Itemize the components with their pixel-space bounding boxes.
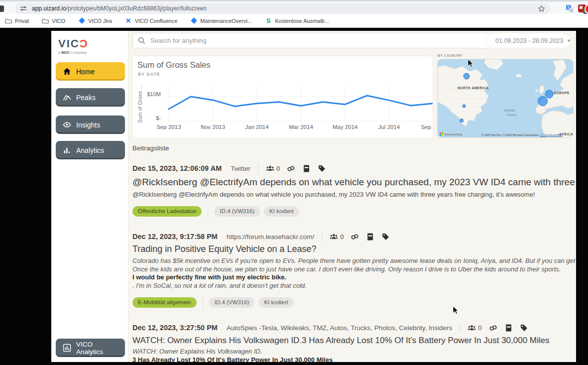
bookmark-label: Kostenlose Ausmalb... — [275, 18, 329, 24]
confluence-icon: ✕ — [125, 17, 132, 24]
post-meta-row: Dec 12, 2023, 9:17:58 PM https://forum.l… — [132, 231, 576, 242]
topic-tag[interactable]: Öffentliche Ladestation — [132, 206, 202, 217]
post-source: https://forum.leasehackr.com/ — [227, 233, 314, 241]
url-text[interactable]: app.uizard.io/prototypes/bM0yoLjx03uRdz6… — [32, 5, 534, 12]
x-tick-label: Jan 2014 — [242, 124, 272, 130]
codebook-icon[interactable] — [366, 233, 374, 241]
topic-tag[interactable]: E-Mobilität allgemein — [132, 297, 197, 308]
model-tag[interactable]: ID.4 (VW316) — [209, 297, 255, 308]
browser-action-icons: 文 A 7 — [566, 3, 586, 13]
url-bar[interactable]: app.uizard.io/prototypes/bM0yoLjx03uRdz6… — [15, 3, 550, 14]
x-tick-label: May 2014 — [330, 124, 360, 130]
map-marker[interactable] — [460, 119, 464, 122]
audience-icon[interactable] — [266, 164, 274, 173]
coding-tag[interactable]: KI kodiert — [264, 206, 299, 217]
search-input[interactable] — [150, 37, 528, 44]
bookmark-label: VICO — [52, 18, 65, 24]
bookmark-kostenlose[interactable]: S Kostenlose Ausmalb... — [265, 17, 329, 24]
sales-line-chart — [163, 80, 433, 126]
map-marker[interactable] — [464, 73, 470, 79]
post-body-line: WATCH: Owner Explains His Volkswagen ID. — [132, 348, 576, 356]
post-list: Beitragsliste Dec 15, 2023, 12:06:09 AM … — [132, 144, 576, 362]
site-settings-icon[interactable] — [20, 5, 27, 12]
logo-mark: Ɔ — [80, 37, 89, 50]
sidebar-item-vico-analytics[interactable]: VICO Analytics — [56, 339, 125, 357]
tag-icon[interactable] — [520, 324, 528, 332]
mouse-cursor — [453, 306, 459, 315]
post-action-icons: 0 — [266, 164, 326, 173]
bookmark-label: VICO Confluence — [135, 18, 178, 24]
codebook-icon[interactable] — [302, 164, 311, 173]
jira-diamond-icon — [190, 17, 197, 24]
eye-icon — [63, 121, 71, 129]
post-title[interactable]: @RickIsenberg @ElectrifyAm depends on wh… — [132, 177, 576, 188]
audience-count: 0 — [276, 165, 280, 172]
search-bar — [132, 33, 533, 48]
vico-logo: VICƆ a BDO Company — [58, 38, 89, 55]
sidebar: VICƆ a BDO Company Home Peaks — [51, 31, 128, 362]
post-body-line: Once the kids are out of the house, we p… — [132, 265, 576, 274]
map-marker[interactable] — [545, 90, 553, 98]
sidebar-item-label: Peaks — [76, 94, 96, 102]
codebook-icon[interactable] — [504, 324, 513, 332]
x-tick-label: Sep 2014 — [418, 124, 433, 130]
microsoft-logo-icon — [440, 132, 443, 136]
translate-icon[interactable]: 文 A — [566, 5, 574, 12]
post-body-line: 3 Has Already Lost 10% Of It's Battery P… — [132, 356, 576, 363]
link-icon[interactable] — [287, 164, 295, 173]
mouse-cursor — [468, 59, 473, 68]
sidebar-item-home[interactable]: Home — [56, 62, 125, 81]
app-window: VICƆ a BDO Company Home Peaks — [51, 31, 576, 362]
folder-icon — [5, 17, 12, 24]
link-icon[interactable] — [489, 324, 497, 332]
fullscreen-stage: VICƆ a BDO Company Home Peaks — [0, 28, 588, 365]
map-marker[interactable] — [538, 97, 548, 106]
audience-icon[interactable] — [330, 233, 338, 241]
bookmark-vico-jira[interactable]: VICO Jira — [78, 17, 112, 24]
date-range-text: 01.09.2023 - 28.09.2023 — [495, 37, 563, 44]
tag-icon[interactable] — [381, 233, 390, 241]
sidebar-item-insights[interactable]: Insights — [56, 116, 125, 134]
chart-subtitle: BY DATE — [138, 72, 160, 77]
bookmark-star-icon[interactable] — [538, 5, 545, 12]
post-body-line: . I'm in SoCal, so not a lot of rain, an… — [132, 282, 576, 290]
y-tick-label: $- — [144, 115, 161, 121]
x-tick-label: Nov 2013 — [198, 124, 228, 130]
post-action-icons: 0 — [330, 233, 390, 241]
post-source: Twitter — [231, 165, 250, 172]
x-axis-ticks: Sep 2013Nov 2013Jan 2014Mar 2014May 2014… — [163, 124, 433, 132]
link-icon[interactable] — [351, 233, 359, 241]
y-tick-label: $10M — [144, 91, 161, 97]
map-label-ocean: Ocean — [506, 113, 517, 117]
green-s-icon: S — [265, 17, 272, 24]
map-label-north-america: NORTH AMERICA — [458, 86, 489, 90]
sidebar-item-peaks[interactable]: Peaks — [56, 88, 125, 107]
audience-count: 0 — [340, 233, 344, 241]
model-tag[interactable]: ID.4 (VW316) — [214, 206, 260, 217]
sidebar-item-analytics[interactable]: Analytics — [56, 141, 125, 159]
openstreetmap-link[interactable]: © OpenStreetMap — [540, 133, 562, 136]
coding-tag[interactable]: KI kodiert — [258, 297, 294, 308]
gross-sales-chart-card: Sum of Gross Sales BY DATE Sum of Gross … — [132, 56, 433, 138]
bookmark-maintenance[interactable]: MaintenanceOvervi... — [190, 17, 252, 24]
tag-icon[interactable] — [318, 164, 326, 173]
chart-y-axis-label: Sum of Gross ... — [137, 80, 143, 128]
sidebar-item-label: Analytics — [76, 146, 104, 154]
folder-icon — [42, 17, 49, 24]
post-tags: Öffentliche Ladestation ID.4 (VW316) KI … — [132, 205, 576, 217]
map-label-atlantic: Atlantic — [504, 109, 515, 112]
date-range-picker[interactable]: 01.09.2023 - 28.09.2023 ▼ — [485, 33, 571, 48]
bookmark-vico-confluence[interactable]: ✕ VICO Confluence — [125, 17, 178, 24]
post-title[interactable]: Trading in Positive Equity Vehicle on a … — [132, 244, 576, 254]
bing-logo-text: Microsoft Bing — [445, 133, 462, 136]
post-action-icons: 0 — [468, 324, 528, 332]
map-marker[interactable] — [463, 105, 466, 108]
bookmark-vico[interactable]: VICO — [42, 17, 65, 24]
bookmark-label: MaintenanceOvervi... — [200, 18, 252, 24]
audience-icon[interactable] — [468, 324, 476, 332]
home-icon — [63, 67, 71, 76]
post-title[interactable]: WATCH: Owner Explains His Volkswagen ID.… — [132, 336, 576, 346]
bookmark-privat[interactable]: Privat — [5, 17, 29, 24]
post-subtitle: @RickIsenberg @ElectrifyAm depends on wh… — [132, 191, 576, 199]
country-bubble-map[interactable]: NORTH AMERICA EUROPE AFRICA Atlantic Oce… — [437, 59, 574, 138]
